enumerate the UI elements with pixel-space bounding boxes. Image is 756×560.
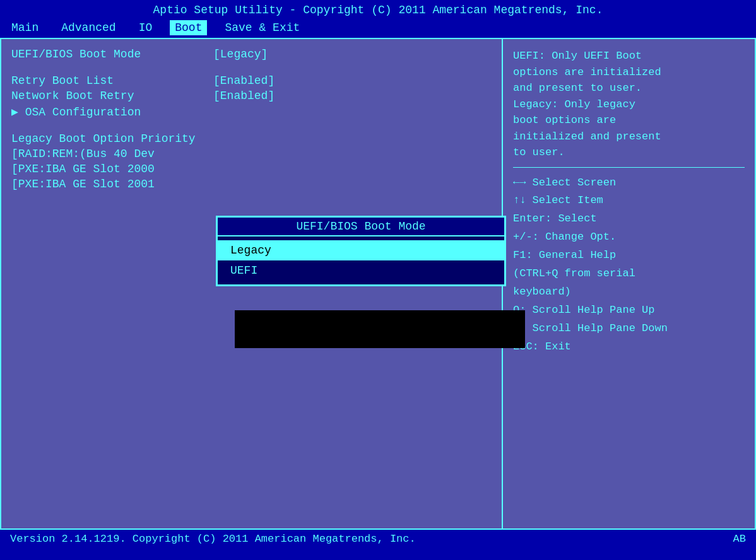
help-line-2: and present to user.	[513, 80, 745, 96]
help-line-0: UEFI: Only UEFI Boot	[513, 48, 745, 64]
setting-network-boot-retry[interactable]: Network Boot Retry [Enabled]	[11, 90, 492, 102]
help-text-block: UEFI: Only UEFI Boot options are initial…	[513, 48, 745, 161]
gap2	[11, 121, 492, 132]
right-panel: UEFI: Only UEFI Boot options are initial…	[503, 39, 755, 528]
setting-uefi-bios-boot-mode[interactable]: UEFI/BIOS Boot Mode [Legacy]	[11, 48, 492, 61]
nav-main[interactable]: Main	[6, 20, 44, 35]
key-hints-block: ←→ Select Screen ↑↓ Select Item Enter: S…	[513, 174, 745, 356]
header-title: Aptio Setup Utility - Copyright (C) 2011…	[0, 0, 756, 19]
left-panel: UEFI/BIOS Boot Mode [Legacy] Retry Boot …	[1, 39, 503, 528]
setting-label-retry-boot: Retry Boot List	[11, 74, 213, 87]
key-hint-esc: ESC: Exit	[513, 338, 745, 356]
nav-boot[interactable]: Boot	[170, 20, 207, 35]
popup-title: UEFI/BIOS Boot Mode	[218, 218, 504, 236]
footer: Version 2.14.1219. Copyright (C) 2011 Am…	[0, 530, 756, 548]
setting-retry-boot-list[interactable]: Retry Boot List [Enabled]	[11, 74, 492, 87]
setting-label-uefi-bios: UEFI/BIOS Boot Mode	[11, 48, 213, 61]
popup-shadow	[235, 310, 525, 348]
popup-dialog: UEFI/BIOS Boot Mode Legacy UEFI	[216, 216, 506, 286]
navbar: Main Advanced IO Boot Save & Exit	[0, 19, 756, 38]
footer-ab: AB	[733, 533, 746, 545]
footer-version-text: Version 2.14.1219. Copyright (C) 2011 Am…	[10, 533, 416, 545]
key-hint-a: A: Scroll Help Pane Down	[513, 320, 745, 338]
key-hint-ctrlq-1: (CTRL+Q from serial	[513, 265, 745, 283]
legacy-boot-priority-title: Legacy Boot Option Priority	[11, 132, 492, 145]
setting-value-network-boot: [Enabled]	[213, 90, 275, 102]
help-line-6: to user.	[513, 144, 745, 161]
setting-value-retry-boot: [Enabled]	[213, 74, 275, 87]
key-hint-select-screen: ←→ Select Screen	[513, 174, 745, 192]
key-hint-ctrlq-2: keyboard)	[513, 283, 745, 301]
key-hint-change-opt: +/-: Change Opt.	[513, 228, 745, 247]
popup-option-uefi[interactable]: UEFI	[218, 260, 504, 281]
key-hint-q: Q: Scroll Help Pane Up	[513, 301, 745, 320]
boot-option-label-2: [PXE:IBA GE Slot 2001	[11, 178, 213, 190]
boot-option-1[interactable]: [PXE:IBA GE Slot 2000	[11, 163, 492, 175]
setting-label-osa: OSA Configuration	[11, 105, 213, 119]
nav-io[interactable]: IO	[134, 20, 158, 35]
key-hint-select-item: ↑↓ Select Item	[513, 192, 745, 210]
main-area: UEFI/BIOS Boot Mode [Legacy] Retry Boot …	[0, 38, 756, 530]
boot-option-2[interactable]: [PXE:IBA GE Slot 2001	[11, 178, 492, 190]
help-line-4: boot options are	[513, 112, 745, 129]
help-line-3: Legacy: Only legacy	[513, 96, 745, 113]
boot-option-label-0: [RAID:REM:(Bus 40 Dev	[11, 148, 213, 160]
popup-option-legacy[interactable]: Legacy	[218, 240, 504, 260]
help-line-1: options are initialized	[513, 64, 745, 81]
right-divider	[513, 167, 745, 168]
popup-options: Legacy UEFI	[218, 236, 504, 284]
help-line-5: initialized and present	[513, 129, 745, 145]
key-hint-enter: Enter: Select	[513, 210, 745, 228]
setting-label-network-boot: Network Boot Retry	[11, 90, 213, 102]
nav-save-exit[interactable]: Save & Exit	[220, 20, 305, 35]
boot-option-label-1: [PXE:IBA GE Slot 2000	[11, 163, 213, 175]
boot-option-0[interactable]: [RAID:REM:(Bus 40 Dev	[11, 148, 492, 160]
header-title-text: Aptio Setup Utility - Copyright (C) 2011…	[153, 4, 603, 16]
gap1	[11, 63, 492, 74]
key-hint-f1: F1: General Help	[513, 247, 745, 265]
setting-osa-config[interactable]: OSA Configuration	[11, 105, 492, 119]
setting-value-uefi-bios: [Legacy]	[213, 48, 268, 61]
nav-advanced[interactable]: Advanced	[56, 20, 121, 35]
